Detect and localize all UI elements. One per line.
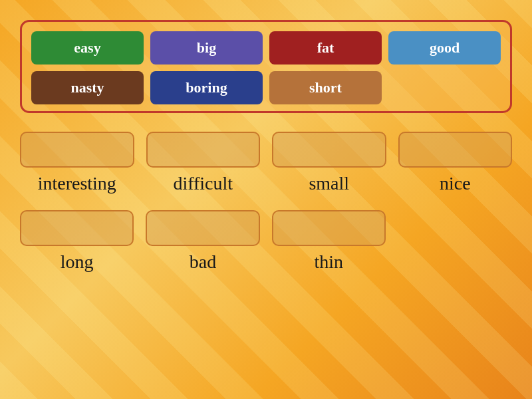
label-small: small (272, 170, 386, 197)
drop-zone-interesting[interactable] (20, 132, 134, 168)
drop-zone-difficult[interactable] (146, 132, 261, 168)
tile-fat[interactable]: fat (269, 31, 382, 65)
labels-row2: long bad thin (20, 249, 512, 275)
drop-zones-row2 (20, 210, 512, 246)
label-thin: thin (272, 249, 386, 275)
main-container: easy big fat good nasty boring short int… (0, 0, 532, 289)
tile-boring[interactable]: boring (150, 71, 263, 104)
tile-good[interactable]: good (388, 31, 501, 65)
tile-nasty[interactable]: nasty (31, 71, 144, 104)
drop-zone-nice[interactable] (398, 132, 513, 168)
label-bad: bad (146, 249, 259, 275)
drop-zone-long[interactable] (20, 210, 134, 246)
drop-zones-row1 (20, 132, 512, 168)
word-bank: easy big fat good nasty boring short (20, 20, 512, 113)
label-interesting: interesting (20, 170, 134, 197)
label-nice: nice (398, 170, 513, 197)
label-long: long (20, 249, 134, 275)
tile-short[interactable]: short (269, 71, 382, 104)
labels-row1: interesting difficult small nice (20, 170, 512, 197)
drop-zone-small[interactable] (272, 132, 386, 168)
drop-zone-thin[interactable] (272, 210, 386, 246)
tile-big[interactable]: big (150, 31, 263, 65)
tile-easy[interactable]: easy (31, 31, 144, 65)
drop-zone-bad[interactable] (146, 210, 259, 246)
label-difficult: difficult (146, 170, 261, 197)
